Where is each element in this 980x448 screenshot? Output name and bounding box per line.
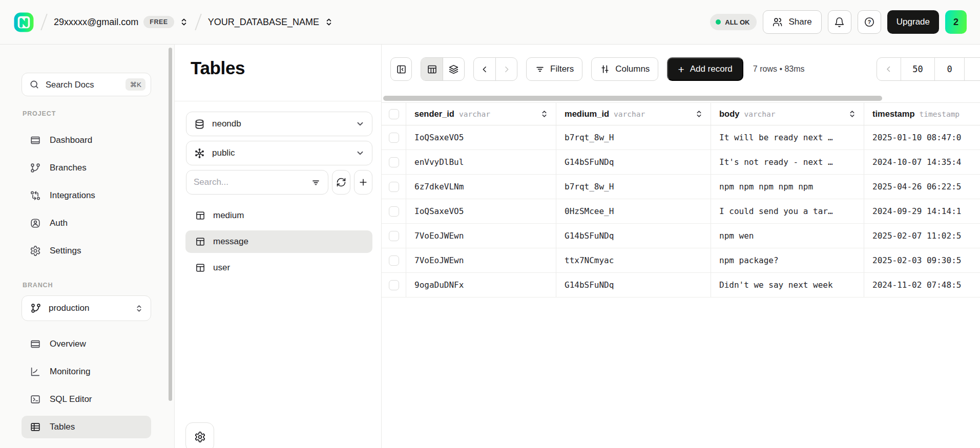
sidebar-item-dashboard[interactable]: Dashboard (22, 129, 151, 152)
status-badge[interactable]: ALL OK (710, 14, 757, 30)
cell-body[interactable]: Didn't we say next week (711, 273, 864, 297)
cell-sender-id[interactable]: 7VoEoJWEwn (406, 224, 556, 248)
sort-icon[interactable] (695, 110, 703, 118)
table-list-item-medium[interactable]: medium (185, 204, 372, 227)
cell-timestamp[interactable]: 2025-02-07 11:02:5 (864, 224, 980, 248)
credits-badge[interactable]: 2 (945, 10, 967, 34)
refresh-button[interactable] (332, 170, 350, 195)
share-button[interactable]: Share (763, 10, 821, 34)
cell-sender-id[interactable]: 9ogaDuDNFx (406, 273, 556, 297)
account-switcher[interactable]: 29xxxxx@gmail.com FREE (54, 16, 189, 28)
table-list-item-message[interactable]: message (185, 230, 372, 253)
table-search-box[interactable] (186, 170, 328, 195)
sidebar-item-label: Settings (50, 246, 81, 256)
cell-timestamp[interactable]: 2025-02-03 09:30:5 (864, 248, 980, 272)
cell-medium-id[interactable]: b7rqt_8w_H (556, 125, 711, 150)
cell-sender-id[interactable]: 6z7dkeVLNm (406, 175, 556, 199)
sidebar-item-integrations[interactable]: Integrations (22, 184, 151, 207)
cell-timestamp[interactable]: 2025-01-10 08:47:0 (864, 125, 980, 150)
sort-icon[interactable] (848, 110, 857, 118)
cell-sender-id[interactable]: IoQSaxeVO5 (406, 125, 556, 150)
cell-body[interactable]: npm wen (711, 224, 864, 248)
columns-button[interactable]: Columns (591, 57, 658, 81)
grid-view-toggle[interactable] (421, 58, 443, 80)
layers-view-toggle[interactable] (443, 58, 464, 80)
cell-timestamp[interactable]: 2024-10-07 14:35:4 (864, 150, 980, 174)
column-header-medium-id[interactable]: medium_id varchar (556, 103, 711, 125)
cell-sender-id[interactable]: 7VoEoJWEwn (406, 248, 556, 272)
sidebar-item-settings[interactable]: Settings (22, 240, 151, 262)
search-docs-button[interactable]: Search Docs ⌘K (22, 73, 151, 96)
cell-timestamp[interactable]: 2025-04-26 06:22:5 (864, 175, 980, 199)
cell-timestamp[interactable]: 2024-09-29 14:14:1 (864, 199, 980, 223)
row-checkbox[interactable] (389, 255, 399, 266)
row-checkbox[interactable] (389, 133, 399, 143)
cell-medium-id[interactable]: G14bSFuNDq (556, 273, 711, 297)
cell-medium-id[interactable]: G14bSFuNDq (556, 224, 711, 248)
database-switcher[interactable]: YOUR_DATABASE_NAME (208, 17, 333, 28)
page-size-field[interactable]: 50 (901, 58, 934, 80)
cell-sender-id[interactable]: enVvyDlBul (406, 150, 556, 174)
sidebar-item-branches[interactable]: Branches (22, 157, 151, 179)
users-icon (773, 17, 783, 28)
forward-button[interactable] (495, 58, 517, 80)
row-checkbox[interactable] (389, 182, 399, 192)
panel-settings-button[interactable] (185, 422, 214, 448)
row-checkbox[interactable] (389, 280, 399, 290)
cell-body[interactable]: It's not ready - next … (711, 150, 864, 174)
cell-medium-id[interactable]: ttx7NCmyac (556, 248, 711, 272)
database-select[interactable]: neondb (186, 112, 372, 136)
pager-extra-cell[interactable] (964, 58, 980, 80)
cell-body[interactable]: npm package? (711, 248, 864, 272)
sidebar-scrollbar[interactable] (169, 48, 172, 401)
column-header-timestamp[interactable]: timestamp timestamp (864, 103, 980, 125)
column-header-sender-id[interactable]: sender_id varchar (406, 103, 556, 125)
row-checkbox[interactable] (389, 157, 399, 167)
column-header-body[interactable]: body varchar (711, 103, 864, 125)
table-row[interactable]: IoQSaxeVO5 0HzSMcee_H I could send you a… (382, 199, 980, 224)
branch-selector[interactable]: production (22, 295, 151, 321)
collapse-panel-button[interactable] (390, 57, 412, 81)
select-all-checkbox[interactable] (389, 109, 399, 119)
sidebar-item-sql-editor[interactable]: SQL Editor (22, 388, 151, 411)
sidebar-item-tables[interactable]: Tables (22, 416, 151, 438)
sidebar-item-monitoring[interactable]: Monitoring (22, 360, 151, 383)
filters-button[interactable]: Filters (526, 57, 582, 81)
cell-medium-id[interactable]: b7rqt_8w_H (556, 175, 711, 199)
sidebar-item-overview[interactable]: Overview (22, 333, 151, 355)
add-record-button[interactable]: + Add record (667, 57, 743, 81)
table-row[interactable]: 7VoEoJWEwn G14bSFuNDq npm wen 2025-02-07… (382, 224, 980, 248)
help-button[interactable]: ? (858, 10, 881, 34)
table-row[interactable]: 7VoEoJWEwn ttx7NCmyac npm package? 2025-… (382, 248, 980, 273)
page-offset-field[interactable]: 0 (934, 58, 964, 80)
line-chart-icon (30, 366, 41, 377)
table-row[interactable]: 9ogaDuDNFx G14bSFuNDq Didn't we say next… (382, 273, 980, 297)
table-row[interactable]: IoQSaxeVO5 b7rqt_8w_H It will be ready n… (382, 125, 980, 150)
sidebar-item-auth[interactable]: Auth (22, 212, 151, 234)
table-list-item-user[interactable]: user (185, 257, 372, 279)
neon-logo[interactable] (13, 12, 34, 33)
cell-timestamp[interactable]: 2024-11-02 07:48:5 (864, 273, 980, 297)
pager-prev-button[interactable] (877, 58, 901, 80)
database-name: YOUR_DATABASE_NAME (208, 17, 319, 28)
row-checkbox[interactable] (389, 206, 399, 217)
add-table-button[interactable] (354, 170, 372, 195)
cell-body[interactable]: I could send you a tar… (711, 199, 864, 223)
search-icon (29, 79, 39, 90)
table-horizontal-scrollbar[interactable] (383, 96, 882, 101)
cell-body[interactable]: npm npm npm npm npm (711, 175, 864, 199)
cell-sender-id[interactable]: IoQSaxeVO5 (406, 199, 556, 223)
row-checkbox[interactable] (389, 231, 399, 241)
back-button[interactable] (474, 58, 495, 80)
cell-body[interactable]: It will be ready next … (711, 125, 864, 150)
table-row[interactable]: enVvyDlBul G14bSFuNDq It's not ready - n… (382, 150, 980, 175)
upgrade-button[interactable]: Upgrade (887, 10, 939, 34)
table-row[interactable]: 6z7dkeVLNm b7rqt_8w_H npm npm npm npm np… (382, 175, 980, 199)
result-summary: 7 rows • 83ms (753, 65, 805, 74)
sort-icon[interactable] (540, 110, 549, 118)
schema-select[interactable]: public (186, 141, 372, 165)
cell-medium-id[interactable]: 0HzSMcee_H (556, 199, 711, 223)
notifications-button[interactable] (828, 10, 851, 34)
cell-medium-id[interactable]: G14bSFuNDq (556, 150, 711, 174)
table-search-input[interactable] (194, 177, 307, 187)
